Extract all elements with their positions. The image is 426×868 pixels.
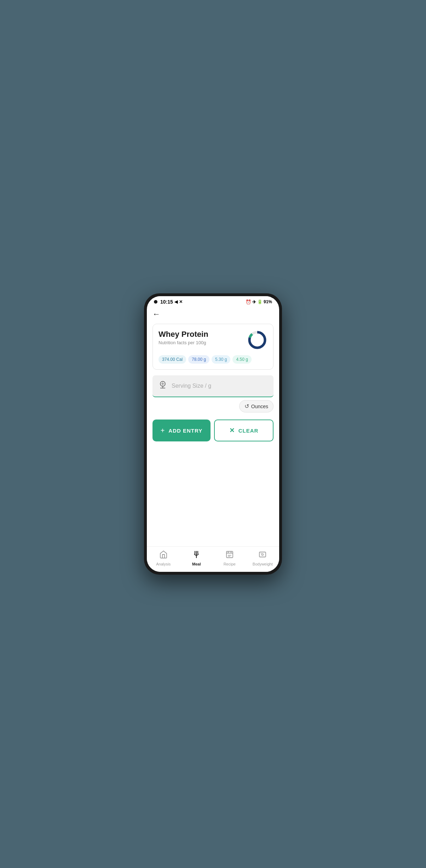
nav-meal[interactable]: Meal — [180, 550, 213, 566]
protein-badge: 78.00 g — [188, 355, 209, 364]
status-time: 10:15 — [160, 299, 173, 305]
food-title: Whey Protein — [159, 330, 208, 339]
empty-space — [147, 446, 279, 546]
status-bar: 10:15 ◀ ✕ ⏰ ✈ 🔋 91% — [147, 296, 279, 306]
add-entry-button[interactable]: + ADD ENTRY — [152, 420, 211, 441]
nutrition-badges: 374.00 Cal 78.00 g 5.30 g 4.50 g — [159, 355, 267, 364]
nav-analysis[interactable]: Analysis — [147, 550, 180, 566]
unit-label: Ounces — [251, 404, 268, 409]
food-card: Whey Protein Nutrition facts per 100g 37… — [152, 324, 274, 370]
phone-screen: 10:15 ◀ ✕ ⏰ ✈ 🔋 91% ← Whey Protein — [147, 296, 279, 572]
recipe-label: Recipe — [224, 562, 236, 566]
svg-point-13 — [262, 554, 264, 556]
clear-button[interactable]: ✕ CLEAR — [214, 420, 274, 441]
bodyweight-label: Bodyweight — [253, 562, 273, 566]
unit-toggle-row: ↺ Ounces — [152, 400, 274, 412]
food-subtitle: Nutrition facts per 100g — [159, 340, 208, 345]
bodyweight-icon — [258, 550, 267, 561]
status-left: 10:15 ◀ ✕ — [154, 299, 183, 305]
alarm-icon: ⏰ — [246, 299, 251, 305]
content-area: ← Whey Protein Nutrition facts per 100g — [147, 306, 279, 546]
scale-icon — [158, 380, 167, 392]
airplane-icon: ✈ — [252, 299, 256, 305]
nav-recipe[interactable]: Recipe — [213, 550, 246, 566]
location-icon: ◀ — [174, 299, 178, 304]
calories-badge: 374.00 Cal — [159, 355, 186, 364]
meal-icon — [192, 550, 201, 561]
signal-icon: ✕ — [179, 299, 183, 304]
unit-toggle-button[interactable]: ↺ Ounces — [239, 400, 274, 412]
clear-label: CLEAR — [238, 428, 259, 434]
phone-frame: 10:15 ◀ ✕ ⏰ ✈ 🔋 91% ← Whey Protein — [144, 293, 282, 575]
food-info: Whey Protein Nutrition facts per 100g — [159, 330, 208, 345]
battery-icon: 🔋 — [257, 299, 263, 304]
serving-size-row[interactable]: Serving Size / g — [152, 375, 274, 397]
add-icon: + — [161, 427, 165, 435]
carbs-badge: 4.50 g — [232, 355, 251, 364]
action-buttons: + ADD ENTRY ✕ CLEAR — [152, 420, 274, 441]
close-icon: ✕ — [229, 427, 235, 434]
donut-chart — [247, 330, 267, 350]
serving-size-label: Serving Size / g — [172, 383, 211, 389]
svg-rect-12 — [259, 552, 266, 557]
analysis-label: Analysis — [156, 562, 171, 566]
battery-percent: 91% — [264, 299, 272, 304]
camera-dot — [154, 300, 157, 304]
back-arrow-icon: ← — [152, 310, 160, 318]
recipe-icon — [225, 550, 234, 561]
meal-label: Meal — [192, 562, 201, 566]
fat-badge: 5.30 g — [212, 355, 230, 364]
food-card-header: Whey Protein Nutrition facts per 100g — [159, 330, 267, 350]
status-icons: ⏰ ✈ 🔋 91% — [246, 299, 272, 305]
toggle-icon: ↺ — [244, 403, 249, 410]
svg-rect-11 — [226, 551, 233, 558]
analysis-icon — [159, 550, 168, 561]
nav-bodyweight[interactable]: Bodyweight — [246, 550, 280, 566]
add-entry-label: ADD ENTRY — [168, 428, 202, 434]
back-button[interactable]: ← — [147, 306, 279, 321]
bottom-nav: Analysis Meal — [147, 546, 279, 572]
